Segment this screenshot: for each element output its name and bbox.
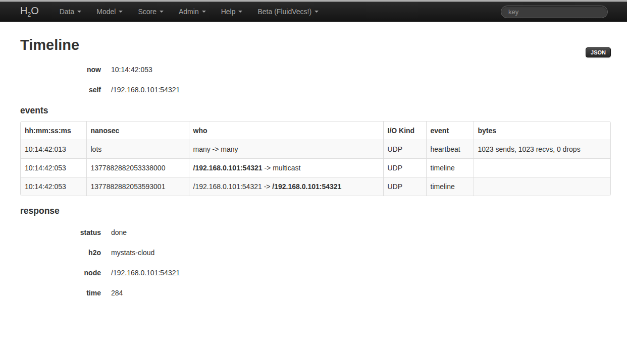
- h2o-brand-logo[interactable]: H2O: [20, 5, 39, 18]
- cell-who: /192.168.0.101:54321 -> /192.168.0.101:5…: [189, 177, 383, 196]
- summary-label: now: [20, 65, 101, 75]
- events-table-wrapper: hh:mm:ss:ms nanosec who I/O Kind event b…: [20, 121, 611, 196]
- cell-bytes: 1023 sends, 1023 recvs, 0 drops: [474, 140, 610, 158]
- cell-time: 10:14:42:053: [21, 177, 86, 196]
- nav-menu-score-label: Score: [138, 8, 156, 16]
- page-title: Timeline: [20, 37, 611, 53]
- table-header-row: hh:mm:ss:ms nanosec who I/O Kind event b…: [21, 122, 610, 140]
- cell-event: heartbeat: [426, 140, 474, 158]
- navbar-search: [501, 6, 608, 18]
- table-row: 10:14:42:053 1377882882053338000 /192.16…: [21, 158, 610, 177]
- cell-bytes: [474, 177, 610, 196]
- response-label: status: [20, 227, 101, 237]
- response-value: mystats-cloud: [111, 248, 611, 258]
- summary-value: /192.168.0.101:54321: [111, 85, 611, 95]
- json-button[interactable]: JSON: [586, 47, 611, 57]
- cell-time: 10:14:42:053: [21, 158, 86, 177]
- table-row: 10:14:42:053 1377882882053593001 /192.16…: [21, 177, 610, 196]
- timeline-summary: now 10:14:42:053 self /192.168.0.101:543…: [20, 65, 611, 95]
- chevron-down-icon: [315, 11, 319, 13]
- summary-row-self: self /192.168.0.101:54321: [20, 85, 611, 95]
- col-header-io-kind: I/O Kind: [383, 122, 426, 140]
- response-label: time: [20, 288, 101, 298]
- cell-who: /192.168.0.101:54321 -> multicast: [189, 158, 383, 177]
- cell-event: timeline: [426, 158, 474, 177]
- response-row-node: node /192.168.0.101:54321: [20, 268, 611, 278]
- chevron-down-icon: [119, 11, 123, 13]
- cell-nanosec: 1377882882053593001: [86, 177, 189, 196]
- navbar: H2O Data Model Score Admin Help Beta (Fl…: [0, 2, 627, 22]
- nav-menu-admin-label: Admin: [179, 8, 199, 16]
- cell-event: timeline: [426, 177, 474, 196]
- nav-menu-model-label: Model: [96, 8, 116, 16]
- nav-menu-help[interactable]: Help: [214, 3, 250, 21]
- nav-menu-data-label: Data: [60, 8, 75, 16]
- response-row-time: time 284: [20, 288, 611, 298]
- summary-value: 10:14:42:053: [111, 65, 611, 75]
- nav-menu-help-label: Help: [221, 8, 236, 16]
- response-label: node: [20, 268, 101, 278]
- events-heading: events: [20, 105, 611, 116]
- response-value: /192.168.0.101:54321: [111, 268, 611, 278]
- cell-who: many -> many: [189, 140, 383, 158]
- cell-nanosec: 1377882882053338000: [86, 158, 189, 177]
- cell-io-kind: UDP: [383, 158, 426, 177]
- response-heading: response: [20, 205, 611, 216]
- chevron-down-icon: [202, 11, 206, 13]
- cell-time: 10:14:42:013: [21, 140, 86, 158]
- col-header-who: who: [189, 122, 383, 140]
- response-value: 284: [111, 288, 611, 298]
- summary-label: self: [20, 85, 101, 95]
- col-header-bytes: bytes: [474, 122, 610, 140]
- main-content: JSON Timeline now 10:14:42:053 self /192…: [20, 37, 611, 298]
- nav-menu-score[interactable]: Score: [130, 3, 171, 21]
- nav-menu-admin[interactable]: Admin: [171, 3, 214, 21]
- nav-menu-model[interactable]: Model: [89, 3, 130, 21]
- cell-io-kind: UDP: [383, 177, 426, 196]
- col-header-event: event: [426, 122, 474, 140]
- key-search-input[interactable]: [501, 6, 608, 18]
- chevron-down-icon: [238, 11, 242, 13]
- response-row-h2o: h2o mystats-cloud: [20, 248, 611, 258]
- response-summary: status done h2o mystats-cloud node /192.…: [20, 227, 611, 298]
- cell-nanosec: lots: [86, 140, 189, 158]
- summary-row-now: now 10:14:42:053: [20, 65, 611, 75]
- nav-menu-beta-label: Beta (FluidVecs!): [257, 8, 311, 16]
- table-row: 10:14:42:013 lots many -> many UDP heart…: [21, 140, 610, 158]
- response-label: h2o: [20, 248, 101, 258]
- response-row-status: status done: [20, 227, 611, 237]
- response-value: done: [111, 227, 611, 237]
- chevron-down-icon: [160, 11, 164, 13]
- cell-io-kind: UDP: [383, 140, 426, 158]
- nav-menu-data[interactable]: Data: [52, 3, 89, 21]
- nav-menu-beta[interactable]: Beta (FluidVecs!): [250, 3, 326, 21]
- col-header-nanosec: nanosec: [86, 122, 189, 140]
- events-table: hh:mm:ss:ms nanosec who I/O Kind event b…: [21, 122, 610, 196]
- col-header-time: hh:mm:ss:ms: [21, 122, 86, 140]
- cell-bytes: [474, 158, 610, 177]
- chevron-down-icon: [77, 11, 81, 13]
